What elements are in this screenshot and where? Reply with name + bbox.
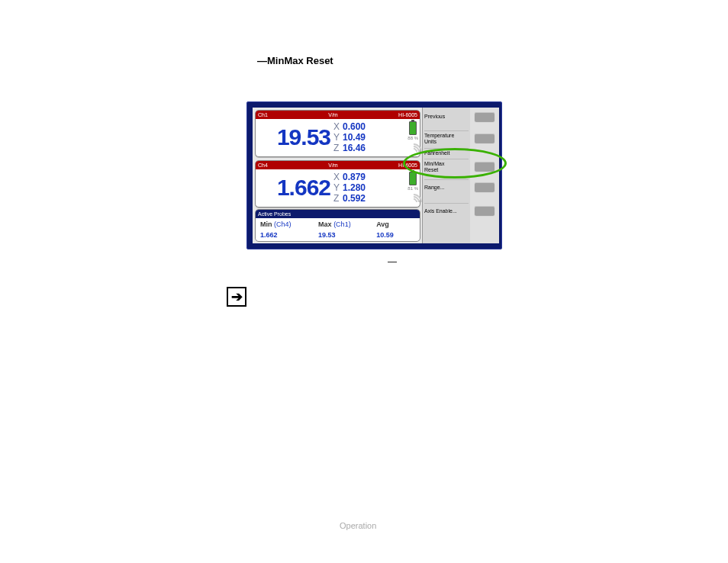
hardkey-column xyxy=(470,108,499,243)
note-arrow-icon: ➔ xyxy=(227,287,246,307)
ch4-axes: X0.879 Y1.280 Z0.592 xyxy=(333,169,385,205)
min-value: 1.662 xyxy=(256,231,314,239)
ch4-label: Ch4 xyxy=(258,161,268,169)
footer-text: Operation xyxy=(340,521,376,530)
ch4-header: Ch4 V/m HI-6005 xyxy=(256,161,420,169)
ch1-header: Ch1 V/m HI-6005 xyxy=(256,111,420,119)
channel-panel-4: Ch4 V/m HI-6005 1.662 X0.879 Y1.280 Z0.5… xyxy=(255,160,420,208)
softkey-range[interactable]: Range... xyxy=(424,179,469,195)
softkey-temperature-units[interactable]: Temperature Units xyxy=(424,130,469,146)
battery-icon xyxy=(409,172,417,185)
page-title: —MinMax Reset xyxy=(257,55,333,66)
ch4-magnitude: 1.662 xyxy=(256,169,333,205)
ch1-unit: V/m xyxy=(328,111,337,119)
lcd-area: Ch1 V/m HI-6005 19.53 X0.600 Y10.49 Z16.… xyxy=(253,108,422,243)
hardkey-2[interactable] xyxy=(475,134,494,143)
ch1-label: Ch1 xyxy=(258,111,268,119)
max-value: 19.53 xyxy=(314,231,372,239)
ch1-axes: X0.600 Y10.49 Z16.46 xyxy=(333,119,385,155)
figure-caption: — xyxy=(388,256,397,267)
hardkey-4[interactable] xyxy=(475,182,494,191)
ch1-magnitude: 19.53 xyxy=(256,119,333,155)
channel-panel-1: Ch1 V/m HI-6005 19.53 X0.600 Y10.49 Z16.… xyxy=(255,110,420,157)
ch4-unit: V/m xyxy=(328,161,337,169)
hardkey-3[interactable] xyxy=(475,162,494,171)
battery-icon xyxy=(409,121,417,135)
softkey-labels-column: Previous Temperature Units Fahrenheit Mi… xyxy=(422,108,471,243)
softkey-previous[interactable]: Previous xyxy=(424,109,469,124)
ch4-model: HI-6005 xyxy=(398,161,417,169)
active-probes-panel: Active Probes Min (Ch4) Max (Ch1) Avg 1.… xyxy=(255,209,420,242)
avg-value: 10.59 xyxy=(372,231,420,239)
wifi-icon xyxy=(399,138,417,153)
hardkey-1[interactable] xyxy=(475,112,494,121)
ch1-model: HI-6005 xyxy=(398,111,417,119)
softkey-axis-enable[interactable]: Axis Enable... xyxy=(424,203,469,219)
device-screenshot: Ch1 V/m HI-6005 19.53 X0.600 Y10.49 Z16.… xyxy=(246,101,502,249)
softkey-minmax-reset[interactable]: Min/Max Reset xyxy=(424,159,469,175)
active-probes-header: Active Probes xyxy=(256,210,420,218)
softkey-fahrenheit[interactable]: Fahrenheit xyxy=(424,148,469,158)
hardkey-5[interactable] xyxy=(475,206,494,215)
wifi-icon xyxy=(399,188,417,204)
